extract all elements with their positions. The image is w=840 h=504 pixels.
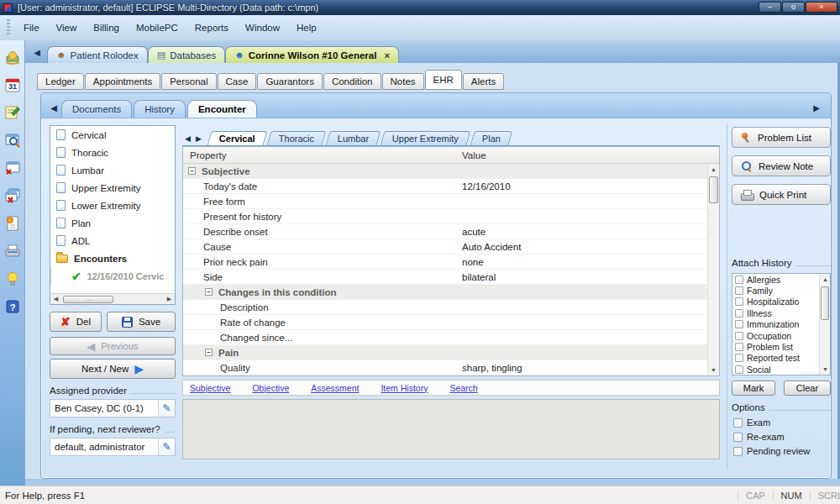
scheduler-calendar-icon[interactable]: 31 [2, 74, 24, 96]
close-button[interactable]: × [806, 2, 837, 13]
checkbox[interactable] [735, 354, 743, 362]
menu-item[interactable]: Billing [85, 19, 128, 36]
menu-item[interactable]: Window [237, 19, 288, 36]
scrollbar-thumb[interactable] [821, 286, 829, 320]
checkbox[interactable] [733, 418, 743, 428]
checkbox[interactable] [735, 343, 743, 351]
review-note-button[interactable]: Review Note [732, 155, 831, 176]
notes-icon[interactable] [2, 102, 24, 123]
checkbox[interactable] [735, 365, 743, 374]
list-item[interactable]: ADL [50, 232, 175, 249]
menu-item[interactable]: MobilePC [128, 19, 186, 36]
scrollbar-thumb[interactable]: ⋯ [63, 296, 113, 303]
patient-tab[interactable]: Condition [323, 73, 381, 90]
close-all-windows-icon[interactable] [2, 185, 24, 207]
property-value[interactable]: Auto Accident [462, 239, 521, 255]
edit-provider-button[interactable]: ✎ [158, 400, 175, 417]
grid-row[interactable]: Changes in this condition [183, 285, 707, 300]
list-item[interactable]: Thoracic [50, 144, 175, 161]
attach-history-item[interactable]: Reported test [732, 353, 819, 364]
attach-history-item[interactable]: Problem list [732, 341, 819, 352]
list-item[interactable]: Lumbar [50, 161, 175, 179]
scroll-up-icon[interactable]: ▲ [820, 274, 831, 285]
list-item[interactable]: 12/16/2010 Cervic [50, 267, 175, 285]
attach-history-item[interactable]: Allergies [732, 274, 819, 285]
checkbox[interactable] [735, 332, 743, 340]
region-tab[interactable]: Plan [470, 131, 513, 145]
collapse-icon[interactable] [205, 288, 213, 296]
ehr-tab[interactable]: Documents [61, 100, 132, 118]
list-horizontal-scrollbar[interactable]: ◀ ⋯ ▶ [50, 293, 175, 304]
scroll-down-icon[interactable]: ▼ [820, 364, 831, 375]
region-tab[interactable]: Upper Extremity [381, 131, 471, 145]
grid-row[interactable]: Prior neck pain none [183, 255, 707, 270]
collapse-icon[interactable] [188, 167, 196, 175]
menu-item[interactable]: Help [288, 19, 325, 36]
next-new-button[interactable]: Next / New ▶ [50, 359, 176, 379]
previous-button[interactable]: ◀ Previous [50, 337, 176, 355]
soap-link[interactable]: Assessment [311, 383, 359, 393]
list-item[interactable]: Upper Extremity [50, 179, 175, 197]
ehr-tab-scroll-left-icon[interactable]: ◀ [48, 103, 60, 113]
ehr-tab-scroll-right-icon[interactable]: ▶ [811, 103, 822, 113]
attach-list-scrollbar[interactable]: ▲ ▼ [819, 274, 830, 375]
restore-button[interactable]: o [782, 2, 805, 13]
close-window-icon[interactable] [2, 157, 24, 179]
problem-list-button[interactable]: Problem List [732, 127, 831, 148]
tab-close-icon[interactable]: × [384, 50, 390, 60]
patient-tab[interactable]: Notes [382, 73, 424, 90]
list-item[interactable]: Lower Extremity [50, 197, 175, 214]
grid-row[interactable]: Side bilateral [183, 270, 707, 285]
option-exam[interactable]: Exam [733, 417, 770, 428]
menu-item[interactable]: Reports [186, 19, 237, 36]
checkbox[interactable] [735, 276, 743, 284]
patient-tab[interactable]: Guarantors [257, 73, 323, 90]
property-value[interactable]: none [462, 255, 484, 270]
property-value[interactable]: 12/16/2010 [462, 179, 511, 194]
grid-row[interactable]: Cause Auto Accident [183, 239, 707, 255]
property-value[interactable]: sharp, tingling [462, 360, 522, 375]
checkbox[interactable] [735, 309, 743, 318]
grid-row[interactable]: Present for history [183, 209, 707, 224]
workspace-tab[interactable]: ☻ Patient Rolodex [47, 46, 148, 63]
attach-history-item[interactable]: Hospitalizatio [732, 297, 819, 307]
quick-print-button[interactable]: Quick Print [732, 184, 831, 205]
soap-link[interactable]: Objective [252, 383, 289, 393]
attach-history-item[interactable]: Social [732, 364, 819, 375]
patient-tab[interactable]: Ledger [37, 73, 84, 90]
minimize-button[interactable]: – [759, 2, 781, 13]
patient-tab[interactable]: Alerts [463, 73, 504, 90]
assigned-provider-field[interactable]: Ben Casey, DC (0-1) ✎ [50, 399, 176, 417]
checkbox[interactable] [733, 447, 743, 456]
region-tab[interactable]: Thoracic [266, 131, 326, 145]
scroll-down-icon[interactable]: ▼ [708, 365, 719, 375]
checkbox[interactable] [735, 320, 743, 328]
grid-row[interactable]: Describe onset acute [183, 224, 707, 239]
region-tab[interactable]: Lumbar [325, 131, 381, 145]
scan-print-icon[interactable] [2, 240, 24, 262]
attach-history-item[interactable]: Occupation [732, 330, 819, 341]
option-re-exam[interactable]: Re-exam [733, 432, 785, 442]
attach-history-item[interactable]: Illness [732, 307, 819, 318]
grid-vertical-scrollbar[interactable]: ▲ ▼ [707, 164, 719, 375]
menu-item[interactable]: View [48, 19, 86, 36]
region-tab[interactable]: Cervical [207, 131, 267, 145]
report-icon[interactable] [2, 213, 24, 234]
checkbox[interactable] [733, 433, 743, 442]
payment-icon[interactable] [2, 46, 24, 68]
soap-link[interactable]: Subjective [190, 383, 230, 393]
find-icon[interactable] [2, 129, 24, 151]
grid-row[interactable]: Description [183, 300, 707, 315]
grid-row[interactable]: Subjective [183, 164, 707, 179]
list-item[interactable]: Plan [50, 214, 175, 232]
workspace-tab[interactable]: ▤ Databases [148, 46, 225, 63]
list-item[interactable]: Encounters [50, 249, 175, 267]
grid-row[interactable]: Changed since... [183, 330, 707, 345]
checkbox[interactable] [735, 286, 743, 295]
patient-tab[interactable]: Personal [161, 73, 216, 90]
clear-button[interactable]: Clear [784, 381, 831, 396]
scroll-right-icon[interactable]: ▶ [164, 296, 175, 302]
grid-row[interactable]: Quality sharp, tingling [183, 360, 707, 375]
help-icon[interactable]: ? [2, 296, 24, 318]
scroll-left-icon[interactable]: ◀ [50, 296, 61, 302]
